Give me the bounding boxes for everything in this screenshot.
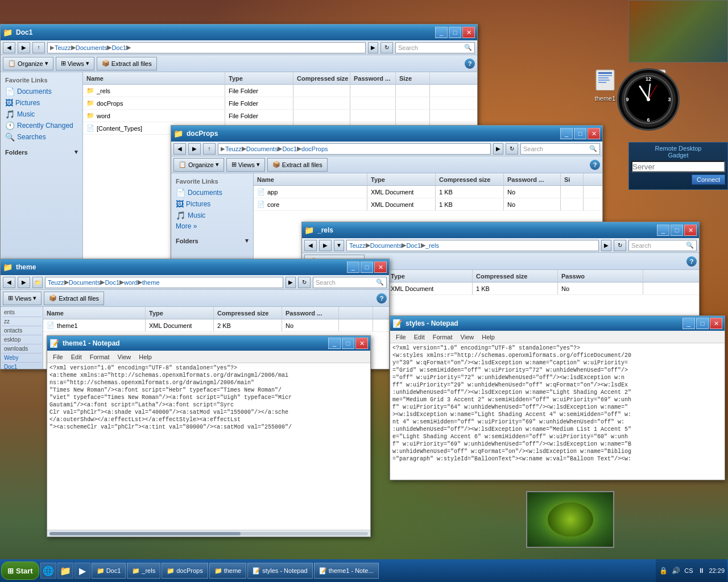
- table-row[interactable]: 📄app XML Document 1 KB No: [254, 186, 602, 198]
- col-comp-header[interactable]: Compressed size: [473, 270, 558, 282]
- col-pass-header[interactable]: Password ...: [282, 307, 339, 319]
- win-theme-titlebar[interactable]: 📁 theme _ □ ✕: [1, 259, 389, 275]
- win-docprops-titlebar[interactable]: 📁 docProps _ □ ✕: [171, 126, 602, 142]
- notepad-theme1-content[interactable]: <?xml version="1.0" encoding="UTF-8" sta…: [47, 363, 370, 530]
- sidebar-item-documents[interactable]: 📄 Documents: [3, 86, 80, 97]
- col-si-header[interactable]: Si: [561, 173, 584, 185]
- menu-format[interactable]: Format: [86, 352, 113, 361]
- go-button[interactable]: ▶: [286, 277, 296, 288]
- sidebar-folder-weby[interactable]: Weby: [2, 354, 42, 363]
- col-type-header[interactable]: Type: [367, 173, 436, 185]
- close-button[interactable]: ✕: [684, 225, 697, 236]
- taskbar-theme1-button[interactable]: 📝 theme1 - Note...: [314, 563, 379, 579]
- views-button[interactable]: ⊞ Views ▾: [226, 158, 265, 172]
- restore-button[interactable]: □: [449, 27, 461, 38]
- folders-title[interactable]: Folders ▾: [3, 147, 80, 157]
- sidebar-item-music[interactable]: 🎵 Music: [173, 210, 251, 221]
- sidebar-folder-desktop[interactable]: esktop: [2, 335, 42, 344]
- organize-button[interactable]: 📋 Organize ▾: [173, 158, 224, 172]
- up-button[interactable]: ↑: [32, 42, 45, 53]
- col-name-header[interactable]: Name: [254, 173, 367, 185]
- minimize-button[interactable]: _: [657, 225, 669, 236]
- forward-button[interactable]: ▶: [18, 277, 30, 288]
- menu-file[interactable]: File: [49, 352, 67, 361]
- sidebar-item-documents[interactable]: 📄 Documents: [173, 187, 251, 198]
- menu-edit[interactable]: Edit: [68, 352, 85, 361]
- taskbar-ie-icon[interactable]: 🌐: [40, 563, 56, 579]
- restore-button[interactable]: □: [342, 338, 354, 349]
- address-field[interactable]: ▶ Teuzz ▶ Documents ▶ Doc1 ▶ docProps: [218, 143, 491, 155]
- col-size-header[interactable]: Size: [396, 72, 430, 84]
- back-button[interactable]: ◀: [173, 143, 186, 155]
- refresh-button[interactable]: ↻: [506, 143, 518, 155]
- search-field[interactable]: Search 🔍: [520, 143, 600, 155]
- close-button[interactable]: ✕: [588, 128, 600, 139]
- table-row[interactable]: 📄core XML Document 1 KB No: [254, 198, 602, 211]
- extract-all-button[interactable]: 📦 Extract all files: [97, 57, 157, 70]
- start-button[interactable]: ⊞ Start: [1, 562, 39, 580]
- sidebar-folder-doc1[interactable]: Doc1: [2, 363, 42, 369]
- views-button[interactable]: ⊞ Views ▾: [3, 292, 42, 305]
- table-row[interactable]: 📄theme1 XML Document 2 KB No: [43, 319, 389, 332]
- close-button[interactable]: ✕: [710, 318, 722, 329]
- back-button[interactable]: ◀: [3, 277, 15, 288]
- col-size-header[interactable]: [339, 307, 373, 319]
- extract-all-button[interactable]: 📦 Extract all files: [267, 158, 328, 172]
- sidebar-item-music[interactable]: 🎵 Music: [3, 109, 80, 120]
- go-button[interactable]: ▶: [601, 240, 611, 251]
- search-field[interactable]: Search 🔍: [313, 277, 387, 288]
- help-button[interactable]: ?: [465, 59, 475, 69]
- minimize-button[interactable]: _: [435, 27, 448, 38]
- menu-view[interactable]: View: [114, 352, 135, 361]
- restore-button[interactable]: □: [696, 318, 709, 329]
- col-pass-header[interactable]: Password ...: [350, 72, 396, 84]
- sidebar-item-pictures[interactable]: 🖼 Pictures: [3, 97, 80, 109]
- table-row[interactable]: 📁docProps File Folder: [83, 97, 477, 110]
- taskbar-styles-button[interactable]: 📝 styles - Notepad: [247, 563, 312, 579]
- tray-media-icon[interactable]: ⏸: [696, 566, 706, 576]
- views-button[interactable]: ⊞ Views ▾: [56, 57, 94, 70]
- col-type-header[interactable]: Type: [225, 72, 293, 84]
- help-button[interactable]: ?: [590, 160, 600, 170]
- col-type-header[interactable]: Type: [387, 270, 473, 282]
- rdg-server-input[interactable]: [631, 161, 725, 172]
- col-type-header[interactable]: Type: [146, 307, 214, 319]
- help-button[interactable]: ?: [377, 293, 387, 304]
- col-comp-header[interactable]: Compressed size: [293, 72, 350, 84]
- restore-button[interactable]: □: [671, 225, 683, 236]
- back-button[interactable]: ◀: [304, 240, 317, 251]
- address-field[interactable]: ▶ Teuzz ▶ Documents ▶ Doc1 ▶: [47, 42, 366, 53]
- minimize-button[interactable]: _: [682, 318, 695, 329]
- minimize-button[interactable]: _: [560, 128, 573, 139]
- tray-speaker-icon[interactable]: 🔊: [671, 566, 681, 576]
- menu-file[interactable]: File: [392, 332, 410, 342]
- menu-help[interactable]: Help: [135, 352, 155, 361]
- sidebar-folder-downloads[interactable]: ownloads: [2, 344, 42, 354]
- notepad-styles-content[interactable]: <?xml version="1.0" encoding="UTF-8" sta…: [390, 343, 725, 480]
- sidebar-folder-zz[interactable]: zz: [2, 317, 42, 326]
- notepad-theme1-scrollbar[interactable]: [47, 530, 370, 537]
- col-name-header[interactable]: Name: [43, 307, 146, 319]
- col-comp-header[interactable]: Compressed size: [214, 307, 282, 319]
- organize-button[interactable]: 📋 Organize ▾: [3, 57, 53, 70]
- sidebar-item-more[interactable]: More »: [173, 221, 251, 231]
- close-button[interactable]: ✕: [374, 261, 387, 273]
- table-row[interactable]: 📁word File Folder: [83, 110, 477, 122]
- forward-button[interactable]: ▶: [188, 143, 201, 155]
- forward-button[interactable]: ▶: [18, 42, 30, 53]
- tray-time[interactable]: 22:29: [709, 567, 725, 574]
- sidebar-folder-ents[interactable]: ents: [2, 308, 42, 317]
- minimize-button[interactable]: _: [328, 338, 341, 349]
- menu-format[interactable]: Format: [429, 332, 456, 342]
- search-field[interactable]: Search 🔍: [628, 240, 697, 251]
- menu-view[interactable]: View: [457, 332, 478, 342]
- back-button[interactable]: ◀: [3, 42, 15, 53]
- table-row[interactable]: 📁_rels File Folder: [83, 85, 477, 97]
- close-button[interactable]: ✕: [355, 338, 368, 349]
- col-pass-header[interactable]: Passwo: [558, 270, 643, 282]
- address-field[interactable]: Teuzz ▶ Documents ▶ Doc1 ▶ word ▶ theme: [45, 277, 283, 288]
- win-doc1-titlebar[interactable]: 📁 Doc1 _ □ ✕: [1, 24, 477, 40]
- extract-all-button[interactable]: 📦 Extract all files: [44, 292, 104, 305]
- sidebar-item-pictures[interactable]: 🖼 Pictures: [173, 198, 251, 210]
- notepad-styles-titlebar[interactable]: 📝 styles - Notepad _ □ ✕: [390, 316, 725, 331]
